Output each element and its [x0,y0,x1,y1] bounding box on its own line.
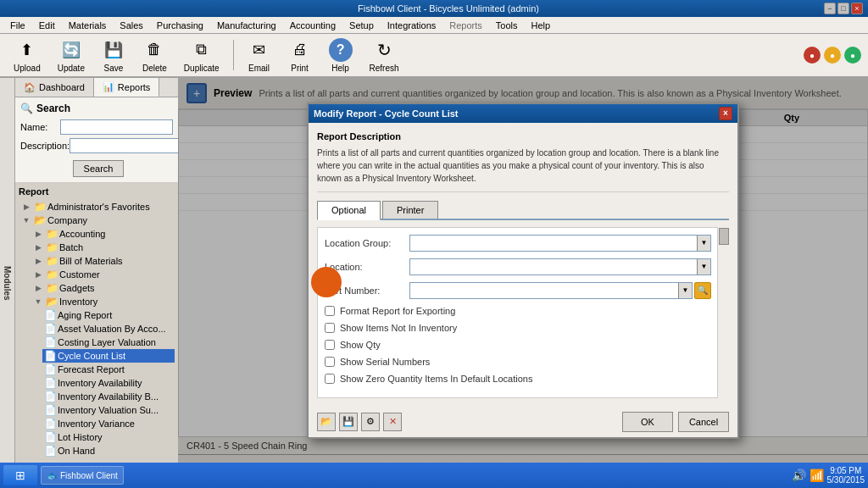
format-export-checkbox[interactable] [325,306,335,316]
name-label: Name: [20,122,60,132]
show-zero-qty-checkbox[interactable] [325,374,335,384]
tree-item-inv-val[interactable]: 📄 Inventory Valuation Su... [42,403,175,417]
desc-input[interactable] [70,138,182,153]
maximize-button[interactable]: □ [837,3,849,14]
menu-accounting[interactable]: Accounting [283,19,342,32]
status-icon-orange: ● [824,47,841,64]
search-area: 🔍 Search Name: Description: Search [15,97,178,183]
menu-purchasing[interactable]: Purchasing [150,19,210,32]
tree-item-bom[interactable]: ▶ 📁 Bill of Materials [31,254,175,268]
delete-button[interactable]: 🗑 Delete [136,36,174,75]
menu-sales[interactable]: Sales [113,19,150,32]
name-input[interactable] [60,119,173,135]
left-panel: 🏠 Dashboard 📊 Reports 🔍 Search Name: Des… [15,78,178,488]
modal-tabs: Optional Printer [317,201,729,220]
tree-label: Batch [59,242,83,252]
tab-optional[interactable]: Optional [317,201,381,220]
update-label: Update [58,64,85,73]
toolbar-right-icons: ● ● ● [804,47,861,64]
part-number-search-button[interactable]: 🔍 [694,282,711,299]
delete-icon: 🗑 [142,38,166,62]
part-number-dropdown-btn[interactable]: ▼ [678,283,692,298]
tree-item-costing[interactable]: 📄 Costing Layer Valuation [42,336,175,349]
show-items-not-inv-checkbox[interactable] [325,323,335,333]
menu-tools[interactable]: Tools [489,19,525,32]
taskbar-item-fishbowl[interactable]: 🐟 Fishbowl Client [41,466,124,485]
tree-item-batch[interactable]: ▶ 📁 Batch [31,241,175,254]
tab-dashboard[interactable]: 🏠 Dashboard [15,78,94,97]
part-number-input-group: ▼ 🔍 [409,282,711,299]
help-button[interactable]: ? Help [322,36,359,75]
menu-integrations[interactable]: Integrations [381,19,442,32]
start-icon: ⊞ [15,469,25,482]
menu-setup[interactable]: Setup [342,19,381,32]
scroll-thumb[interactable] [719,228,729,245]
tree-item-gadgets[interactable]: ▶ 📁 Gadgets [31,281,175,295]
taskbar: ⊞ 🐟 Fishbowl Client 🔊 📶 9:05 PM 5/30/201… [0,463,868,488]
menu-manufacturing[interactable]: Manufacturing [210,19,283,32]
search-title: 🔍 Search [20,103,173,114]
modal-title-bar: Modify Report - Cycle Count List × [309,104,737,123]
tree-item-lot-hist[interactable]: 📄 Lot History [42,430,175,444]
tree-label: Customer [59,269,100,280]
reports-icon: 📊 [103,81,114,92]
tree-item-inv-avail[interactable]: 📄 Inventory Availability [42,376,175,390]
tree-item-inv-avail-b[interactable]: 📄 Inventory Availability B... [42,390,175,403]
refresh-button[interactable]: ↻ Refresh [363,36,406,75]
modules-tab[interactable]: Modules [0,78,15,488]
menu-reports[interactable]: Reports [442,19,489,32]
tree-item-cycle-count[interactable]: 📄 Cycle Count List [42,349,175,363]
show-qty-checkbox[interactable] [325,340,335,350]
cancel-button[interactable]: Cancel [678,412,729,432]
menu-file[interactable]: File [3,19,32,32]
tool-open-folder-button[interactable]: 📂 [317,413,336,431]
tab-reports[interactable]: 📊 Reports [94,78,160,97]
nav-tabs: 🏠 Dashboard 📊 Reports [15,78,178,97]
location-dropdown-btn[interactable]: ▼ [697,259,710,274]
tree-item-inv-var[interactable]: 📄 Inventory Variance [42,417,175,430]
tab-dashboard-label: Dashboard [39,82,85,92]
tree-item-asset-val[interactable]: 📄 Asset Valuation By Acco... [42,322,175,336]
update-icon: 🔄 [59,38,83,62]
tree-item-forecast[interactable]: 📄 Forecast Report [42,363,175,376]
tab-printer[interactable]: Printer [382,201,438,219]
tree-item-inventory[interactable]: ▼ 📂 Inventory [31,295,175,308]
update-button[interactable]: 🔄 Update [51,36,92,75]
start-button[interactable]: ⊞ [3,465,37,485]
save-button[interactable]: 💾 Save [95,36,132,75]
location-group-input[interactable]: ▼ [409,235,711,252]
report-icon: 📄 [44,404,56,416]
search-icon: 🔍 [20,103,33,114]
tree-label: Bill of Materials [59,256,123,266]
upload-button[interactable]: ⬆ Upload [7,36,47,75]
folder-icon: 📁 [46,241,58,253]
tree-toggle-batch: ▶ [32,241,44,253]
tool-save-folder-button[interactable]: 💾 [339,413,358,431]
tool-delete-button[interactable]: ✕ [383,413,402,431]
print-button[interactable]: 🖨 Print [281,36,319,75]
tree-item-accounting[interactable]: ▶ 📁 Accounting [31,227,175,241]
duplicate-button[interactable]: ⧉ Duplicate [177,36,226,75]
tree-item-on-hand[interactable]: 📄 On Hand [42,444,175,458]
modal-close-button[interactable]: × [719,107,732,120]
tree-item-company[interactable]: ▼ 📂 Company [19,214,175,227]
tree-item-admin-favorites[interactable]: ▶ 📁 Administrator's Favorites [19,200,175,214]
tree-item-aging[interactable]: 📄 Aging Report [42,308,175,322]
network-icon: 📶 [810,469,824,482]
menu-materials[interactable]: Materials [62,19,114,32]
report-icon: 📄 [44,309,56,321]
menu-help[interactable]: Help [525,19,558,32]
tree-item-customer[interactable]: ▶ 📁 Customer [31,268,175,281]
tool-settings-button[interactable]: ⚙ [361,413,380,431]
part-number-input[interactable]: ▼ [409,282,693,299]
search-button[interactable]: Search [73,160,124,177]
show-serial-checkbox[interactable] [325,357,335,367]
location-input[interactable]: ▼ [409,258,711,275]
close-button[interactable]: × [851,3,863,14]
menu-edit[interactable]: Edit [32,19,62,32]
location-group-dropdown-btn[interactable]: ▼ [697,236,710,251]
email-button[interactable]: ✉ Email [241,36,278,75]
tree-label: Gadgets [59,283,95,293]
minimize-button[interactable]: − [824,3,836,14]
ok-button[interactable]: OK [622,412,673,432]
